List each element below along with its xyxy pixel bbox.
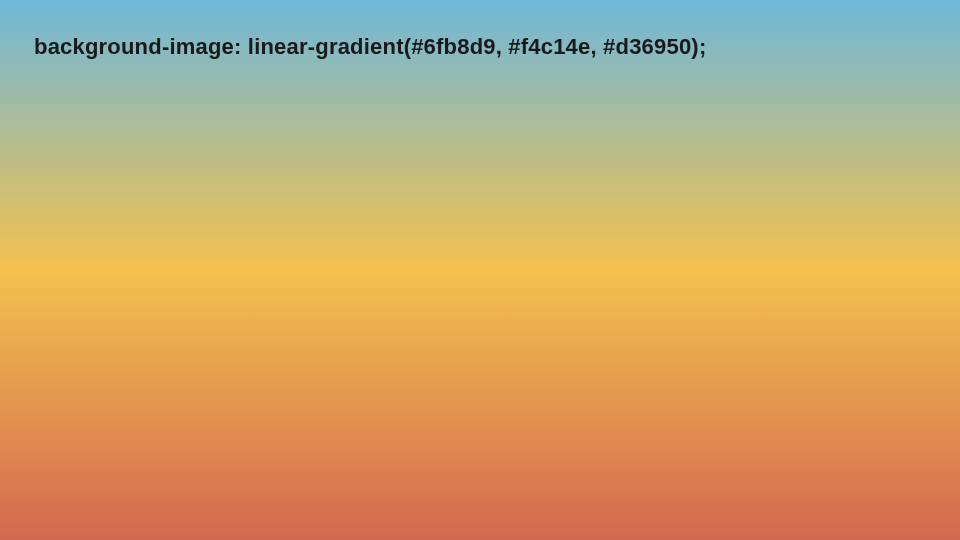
- css-code-text: background-image: linear-gradient(#6fb8d…: [34, 34, 706, 60]
- slide-container: background-image: linear-gradient(#6fb8d…: [0, 0, 960, 540]
